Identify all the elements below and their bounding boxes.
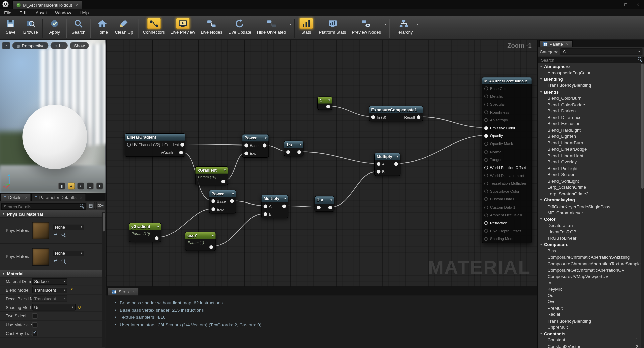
collapse-icon[interactable]: ▾ — [300, 143, 301, 147]
palette-row[interactable]: Lerp_ScratchGrime — [538, 184, 644, 190]
property-dropdown[interactable]: Translucent▾ — [32, 295, 67, 302]
plane-shape-button[interactable]: ◗ — [77, 183, 84, 190]
palette-row[interactable]: Blend_Exclusion — [538, 120, 644, 127]
property-checkbox[interactable] — [32, 313, 37, 318]
collapse-icon[interactable]: ▾ — [212, 234, 213, 237]
home-button[interactable]: Home — [92, 17, 112, 34]
palette-row[interactable]: Blend_LinearBurn — [538, 139, 644, 146]
input-pin[interactable] — [484, 166, 488, 170]
material-input-row[interactable]: World Position Offset — [482, 164, 532, 172]
palette-row[interactable]: UnpreMult — [538, 324, 644, 330]
output-pin[interactable] — [180, 143, 184, 147]
phys-material-dropdown[interactable]: None▾ — [53, 224, 84, 230]
view-options-button[interactable]: ▾ — [96, 202, 104, 209]
node-exposure-compensate[interactable]: ExposureCompensate1 In (S) Result — [369, 106, 423, 122]
material-input-row[interactable]: Roughness — [482, 108, 532, 116]
palette-row[interactable]: Blend_Difference — [538, 114, 644, 120]
perspective-button[interactable]: ▦Perspective — [12, 42, 49, 49]
palette-scrollbar[interactable] — [641, 63, 644, 348]
use-selected-asset-icon[interactable]: ↩ — [54, 232, 57, 237]
input-pin[interactable] — [484, 95, 488, 98]
material-graph-canvas[interactable]: 1▾ ExposureCompensate1 In (S) Result Lin… — [106, 40, 537, 287]
lit-button[interactable]: ◑Lit — [51, 42, 68, 49]
input-pin[interactable] — [484, 86, 488, 90]
input-pin[interactable] — [484, 134, 488, 138]
palette-row[interactable]: Blend_LinearDodge — [538, 146, 644, 152]
material-input-row[interactable]: Subsurface Color — [482, 187, 532, 195]
reset-to-default-icon[interactable]: ↺ — [78, 305, 81, 310]
node-power-bottom[interactable]: Power▾ Base Exp — [209, 190, 236, 214]
collapse-icon[interactable]: ▾ — [331, 198, 332, 202]
collapse-icon[interactable]: ▾ — [328, 99, 330, 102]
material-input-row[interactable]: Ambient Occlusion — [482, 211, 532, 219]
collapse-icon[interactable]: ▾ — [285, 197, 286, 200]
input-pin[interactable] — [264, 212, 267, 216]
output-pin[interactable] — [394, 162, 398, 166]
material-input-row[interactable]: Normal — [482, 148, 532, 156]
material-input-row[interactable]: Anisotropy — [482, 116, 532, 124]
output-pin[interactable] — [209, 245, 213, 249]
palette-row[interactable]: Bias — [538, 248, 644, 254]
palette-row[interactable]: Chromakeying — [538, 197, 644, 203]
menu-item[interactable]: Asset — [32, 10, 51, 15]
palette-row[interactable]: Radial — [538, 311, 644, 317]
palette-row[interactable]: KeyMix — [538, 286, 644, 292]
palette-row[interactable]: ComposureGetChromaticAberrationUV — [538, 267, 644, 273]
hide-unrelated-button[interactable]: Hide Unrelated ▾ — [254, 17, 292, 34]
input-pin[interactable] — [484, 110, 488, 114]
chevron-down-icon[interactable]: ▾ — [385, 22, 386, 26]
collapse-icon[interactable]: ▾ — [265, 136, 266, 140]
collapse-icon[interactable]: ▾ — [224, 168, 226, 172]
palette-row[interactable]: Blends — [538, 89, 644, 95]
node-constant-1[interactable]: 1▾ — [317, 97, 332, 110]
tab-stats[interactable]: Stats × — [108, 288, 139, 295]
menu-item[interactable]: Window — [51, 10, 75, 15]
node-one-minus-bottom[interactable]: 1-x▾ — [315, 196, 335, 212]
property-matrix-button[interactable]: ▤ — [87, 202, 95, 209]
node-multiply-bottom[interactable]: Multiply▾ A B — [261, 195, 288, 218]
cylinder-shape-button[interactable]: ▮ — [58, 183, 65, 190]
material-input-row[interactable]: Specular — [482, 100, 532, 108]
preview-mesh-sphere[interactable] — [22, 105, 87, 169]
collapse-icon[interactable]: ▾ — [397, 155, 398, 158]
output-pin[interactable] — [297, 150, 301, 154]
property-checkbox[interactable] — [32, 322, 37, 327]
palette-row[interactable]: Blend_Lighten — [538, 133, 644, 139]
maximize-button[interactable]: □ — [620, 0, 632, 9]
material-input-row[interactable]: Custom Data 1 — [482, 203, 532, 211]
palette-row[interactable]: Blend_Screen — [538, 171, 644, 178]
property-dropdown[interactable]: Surface▾ — [32, 278, 67, 285]
asset-tab[interactable]: M_ARTranslucentHoldout × — [12, 0, 82, 9]
stats-button[interactable]: Stats — [296, 17, 316, 34]
palette-row[interactable]: Constant2Vector 2 — [538, 343, 644, 348]
node-material-result[interactable]: M_ARTranslucentHoldout Base Color Metall… — [482, 77, 532, 243]
details-scrollbar[interactable] — [102, 212, 105, 347]
input-pin[interactable] — [484, 237, 488, 241]
connectors-button[interactable]: Connectors — [140, 17, 168, 34]
node-usey-param[interactable]: useY▾ Param (1) — [185, 232, 216, 251]
palette-row[interactable]: LinearTosRGB — [538, 229, 644, 235]
browse-to-asset-icon[interactable] — [61, 258, 66, 263]
browse-button[interactable]: Browse — [20, 17, 41, 34]
palette-row[interactable]: Color — [538, 216, 644, 222]
palette-row[interactable]: AtmosphericFogColor — [538, 69, 644, 76]
input-pin[interactable] — [484, 103, 488, 106]
input-pin[interactable] — [264, 205, 267, 208]
section-physical-material[interactable]: ▼ Physical Material — [0, 210, 106, 218]
browse-to-asset-icon[interactable] — [61, 232, 66, 237]
output-pin[interactable] — [417, 115, 420, 119]
tab-details[interactable]: ≡ Details × — [0, 193, 31, 201]
node-one-minus-top[interactable]: 1-x▾ — [284, 141, 304, 157]
close-icon[interactable]: × — [25, 195, 27, 199]
live-update-button[interactable]: Live Update — [225, 17, 254, 34]
palette-row[interactable]: Blending — [538, 76, 644, 82]
palette-row[interactable]: ComposureUVMapViewportUV — [538, 273, 644, 280]
node-xgradient-param[interactable]: xGradient▾ Param (10) — [195, 166, 228, 186]
node-multiply-right[interactable]: Multiply▾ A B — [374, 153, 400, 176]
palette-search-input[interactable] — [539, 57, 644, 64]
tab-palette[interactable]: Palette × — [539, 40, 573, 47]
scrollbar-thumb[interactable] — [103, 213, 105, 231]
palette-row[interactable]: ComposureChromaticAberrationSwizzling — [538, 254, 644, 260]
menu-item[interactable]: Edit — [15, 10, 32, 15]
close-icon[interactable]: × — [566, 42, 568, 46]
